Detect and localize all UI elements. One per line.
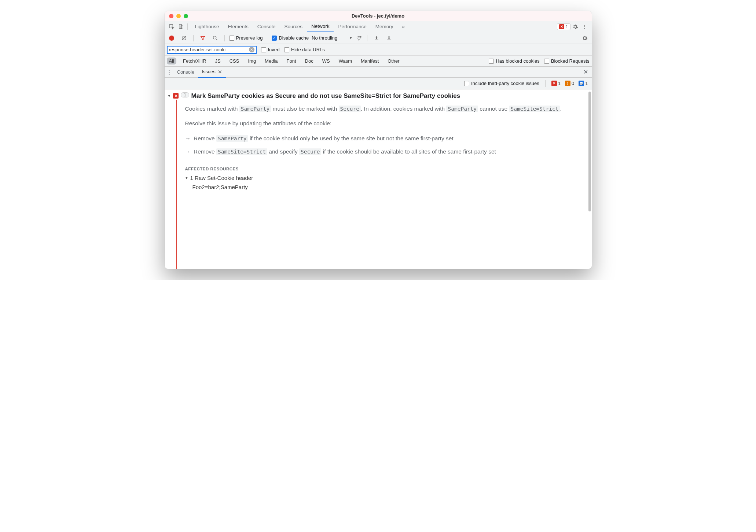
affected-resource-item[interactable]: ▼ 1 Raw Set-Cookie header	[179, 173, 587, 182]
code-snippet: Secure	[299, 148, 321, 155]
warn-issue-count[interactable]: ! 0	[565, 81, 574, 86]
type-ws[interactable]: WS	[320, 58, 332, 64]
filter-input[interactable]	[169, 47, 249, 52]
network-settings-icon[interactable]	[580, 33, 590, 43]
clear-button[interactable]	[179, 33, 189, 43]
type-fetch-xhr[interactable]: Fetch/XHR	[181, 58, 209, 64]
issue-details: Cookies marked with SameParty must also …	[165, 103, 592, 197]
warn-issue-value: 0	[572, 81, 574, 86]
titlebar: DevTools - jec.fyi/demo	[165, 11, 592, 21]
tab-sources[interactable]: Sources	[280, 21, 307, 32]
disable-cache-checkbox[interactable]: ✓ Disable cache	[272, 35, 309, 41]
invert-label: Invert	[268, 47, 280, 52]
tab-lighthouse[interactable]: Lighthouse	[191, 21, 224, 32]
panel-tabs: Lighthouse Elements Console Sources Netw…	[189, 21, 557, 32]
text: Remove	[194, 135, 216, 141]
drawer-tabs-row: ⋮ Console Issues ✕ ✕	[165, 67, 592, 78]
kebab-menu-icon[interactable]: ⋮	[580, 22, 590, 32]
separator	[367, 35, 367, 41]
drawer-close-icon[interactable]: ✕	[583, 69, 591, 75]
hide-data-urls-label: Hide data URLs	[291, 47, 325, 52]
issue-row[interactable]: ▼ ✕ 1 Mark SameParty cookies as Secure a…	[165, 89, 592, 103]
drawer-tab-console[interactable]: Console	[173, 67, 198, 78]
close-tab-icon[interactable]: ✕	[218, 69, 222, 75]
affected-resource-value: Foo2=bar2;SameParty	[179, 182, 587, 192]
third-party-checkbox[interactable]: Include third-party cookie issues	[464, 81, 539, 86]
panel-tabs-row: Lighthouse Elements Console Sources Netw…	[165, 21, 592, 32]
network-conditions-icon[interactable]	[355, 33, 363, 43]
device-toolbar-icon[interactable]	[176, 22, 186, 32]
bullet-item: → Remove SameSite=Strict and specify Sec…	[185, 147, 587, 156]
checkbox-icon	[284, 47, 289, 52]
warning-icon: !	[565, 81, 570, 86]
chevron-down-icon: ▼	[349, 36, 352, 40]
blocked-requests-checkbox[interactable]: Blocked Requests	[544, 58, 590, 64]
type-all[interactable]: All	[167, 58, 176, 64]
svg-line-4	[182, 36, 186, 40]
type-img[interactable]: Img	[246, 58, 258, 64]
code-snippet: Secure	[339, 106, 361, 112]
error-count: 1	[566, 24, 568, 29]
issues-toolbar: Include third-party cookie issues ✕ 1 ! …	[165, 78, 592, 89]
expand-triangle-icon[interactable]: ▼	[168, 92, 171, 98]
info-issue-count[interactable]: 💬 1	[579, 81, 588, 86]
text: if the cookie should only be used by the…	[248, 135, 454, 141]
expand-triangle-icon[interactable]: ▼	[185, 176, 188, 180]
type-manifest[interactable]: Manifest	[359, 58, 381, 64]
download-har-icon[interactable]	[384, 33, 394, 43]
more-tabs-button[interactable]: »	[397, 21, 409, 32]
checkbox-icon	[489, 59, 494, 64]
issues-panel: ▼ ✕ 1 Mark SameParty cookies as Secure a…	[165, 89, 592, 269]
type-wasm[interactable]: Wasm	[337, 58, 354, 64]
arrow-icon: →	[185, 134, 191, 143]
clear-filter-icon[interactable]: ✕	[249, 47, 254, 52]
issue-title: Mark SameParty cookies as Secure and do …	[191, 92, 460, 100]
record-button[interactable]	[167, 33, 176, 43]
has-blocked-cookies-checkbox[interactable]: Has blocked cookies	[489, 58, 539, 64]
search-icon[interactable]	[210, 33, 220, 43]
separator	[267, 35, 267, 41]
tab-network[interactable]: Network	[307, 21, 334, 32]
resolve-instruction: Resolve this issue by updating the attri…	[185, 119, 587, 128]
separator	[193, 35, 194, 41]
tab-console[interactable]: Console	[253, 21, 280, 32]
error-icon: ✕	[551, 81, 557, 86]
filter-toggle-icon[interactable]	[198, 33, 208, 43]
issue-count-badge: 1	[181, 92, 189, 97]
preserve-log-checkbox[interactable]: Preserve log	[229, 35, 263, 41]
inspect-element-icon[interactable]	[167, 22, 176, 32]
drawer-tab-issues[interactable]: Issues ✕	[198, 67, 226, 78]
error-issue-count[interactable]: ✕ 1	[551, 81, 561, 86]
svg-rect-10	[387, 40, 390, 40]
error-count-badge[interactable]: ✕ 1	[557, 23, 570, 30]
type-css[interactable]: CSS	[227, 58, 242, 64]
type-doc[interactable]: Doc	[303, 58, 316, 64]
tab-performance[interactable]: Performance	[334, 21, 371, 32]
blocked-requests-label: Blocked Requests	[551, 58, 590, 64]
error-icon: ✕	[559, 24, 564, 29]
svg-point-5	[213, 36, 216, 39]
window-title: DevTools - jec.fyi/demo	[165, 13, 592, 19]
type-js[interactable]: JS	[213, 58, 223, 64]
devtools-window: DevTools - jec.fyi/demo Lighthouse Eleme…	[165, 11, 592, 269]
separator	[224, 35, 225, 41]
throttling-select[interactable]: No throttling ▼	[312, 35, 352, 41]
upload-har-icon[interactable]	[372, 33, 381, 43]
text: .	[560, 106, 561, 112]
tab-elements[interactable]: Elements	[224, 21, 253, 32]
filter-input-wrap: ✕	[167, 46, 257, 54]
text: must also be marked with	[271, 106, 338, 112]
error-icon: ✕	[173, 93, 179, 99]
invert-checkbox[interactable]: Invert	[261, 47, 280, 52]
type-other[interactable]: Other	[385, 58, 402, 64]
type-filter-row: All Fetch/XHR JS CSS Img Media Font Doc …	[165, 56, 592, 67]
network-options-row: Preserve log ✓ Disable cache No throttli…	[165, 32, 592, 44]
tab-memory[interactable]: Memory	[371, 21, 398, 32]
settings-icon[interactable]	[570, 22, 580, 32]
type-font[interactable]: Font	[285, 58, 298, 64]
checkbox-icon	[229, 36, 234, 41]
text: and specify	[267, 148, 299, 155]
hide-data-urls-checkbox[interactable]: Hide data URLs	[284, 47, 325, 52]
drawer-menu-icon[interactable]: ⋮	[165, 69, 173, 75]
type-media[interactable]: Media	[263, 58, 280, 64]
